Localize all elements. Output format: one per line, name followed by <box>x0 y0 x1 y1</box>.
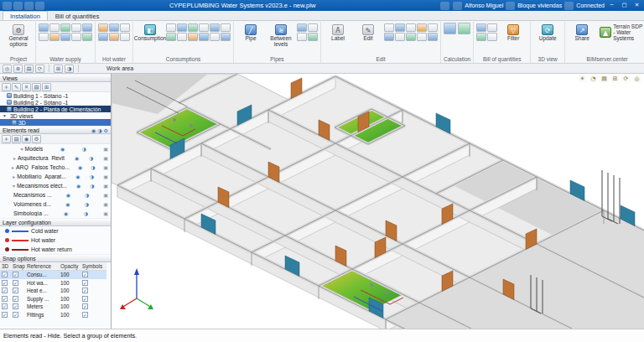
half-visibility-icon[interactable]: ◑ <box>91 164 95 170</box>
chevron-right-icon[interactable]: ▸ <box>13 155 16 161</box>
view-list-icon[interactable]: ▤ <box>32 83 41 91</box>
views-panel-header[interactable]: Views <box>0 74 111 82</box>
snap-opacity[interactable]: 100 <box>59 287 80 295</box>
checkbox-checked[interactable]: ✓ <box>82 296 88 302</box>
open-file-icon[interactable] <box>13 2 23 10</box>
tool-icon[interactable] <box>49 33 60 41</box>
redraw-icon[interactable]: ⟳ <box>35 65 44 73</box>
settings-icon[interactable]: ⚙ <box>32 135 41 143</box>
edit-button[interactable]: ✎ Edit <box>354 23 382 44</box>
add-model-icon[interactable]: + <box>2 135 11 143</box>
column-header[interactable]: Opacity <box>59 262 80 271</box>
tool-icon[interactable] <box>60 23 70 32</box>
tool-icon[interactable] <box>82 23 92 32</box>
view-item-3d-selected[interactable]: 3D <box>0 119 111 126</box>
snap-3d-checkbox[interactable]: ✓ <box>0 279 11 288</box>
tool-icon[interactable] <box>210 23 220 32</box>
lock-icon[interactable]: ▣ <box>103 183 108 189</box>
lock-icon[interactable]: ▣ <box>103 164 108 170</box>
general-options-button[interactable]: ⚙ General options <box>4 23 33 49</box>
snap-reference[interactable]: Heat e... <box>25 287 59 295</box>
snap-opacity[interactable]: 100 <box>59 303 80 311</box>
view-item[interactable]: Building 1 - Sótano -1 <box>0 92 111 99</box>
layer-item-hot-water-return[interactable]: Hot water return <box>0 245 111 254</box>
checkbox-checked[interactable]: ✓ <box>82 280 88 286</box>
tool-icon[interactable] <box>120 33 130 41</box>
update-button[interactable]: ⟳ Update <box>533 23 562 44</box>
tool-icon[interactable] <box>487 23 497 32</box>
checkbox-checked[interactable]: ✓ <box>2 288 8 293</box>
select-icon[interactable]: ◎ <box>3 65 12 73</box>
tool-icon[interactable] <box>188 23 198 32</box>
checkbox-checked[interactable]: ✓ <box>2 280 8 286</box>
eye-icon[interactable]: ◉ <box>64 210 68 216</box>
tool-icon[interactable] <box>98 23 108 32</box>
snap-opacity[interactable]: 100 <box>59 279 80 288</box>
delete-view-icon[interactable]: ✕ <box>22 83 31 91</box>
user-icon[interactable] <box>453 2 462 10</box>
lock-icon[interactable]: ▣ <box>103 201 108 207</box>
between-levels-button[interactable]: ≋ Between levels <box>267 23 295 49</box>
column-header[interactable]: 3D <box>0 262 11 271</box>
chevron-down-icon[interactable]: ▾ <box>13 183 15 189</box>
tool-icon[interactable] <box>428 33 438 41</box>
eye-icon[interactable]: ◉ <box>65 201 70 207</box>
tool-icon[interactable] <box>71 23 81 32</box>
target-icon[interactable]: ◎ <box>632 75 641 83</box>
tab-bill-of-quantities[interactable]: Bill of quantities <box>48 11 107 20</box>
element-subitem[interactable]: Simbología ...◉◑▣ <box>0 209 111 218</box>
tool-icon[interactable] <box>221 33 231 41</box>
eye-icon[interactable]: ◉ <box>66 192 70 198</box>
3d-viewport[interactable]: ☀ ◔ ▤ ⊞ ⟳ ◎ <box>112 74 644 329</box>
tool-icon[interactable] <box>476 33 486 41</box>
tool-icon[interactable] <box>297 33 307 41</box>
checkbox-checked[interactable]: ✓ <box>13 288 18 293</box>
snap-snap-checkbox[interactable]: ✓ <box>11 279 25 288</box>
tool-icon[interactable] <box>487 33 497 41</box>
checkbox-checked[interactable]: ✓ <box>13 296 18 302</box>
column-header[interactable]: Snap <box>11 262 25 271</box>
calculate-icon[interactable] <box>444 23 456 34</box>
tool-icon[interactable] <box>109 23 119 32</box>
grid-icon[interactable]: ▤ <box>24 65 34 73</box>
snap-symbols-checkbox[interactable]: ✓ <box>80 311 106 319</box>
snap-symbols-checkbox[interactable]: ✓ <box>80 271 106 279</box>
snap-reference[interactable]: Hot wa... <box>25 279 59 288</box>
sun-icon[interactable]: ☀ <box>578 75 587 83</box>
label-button[interactable]: A Label <box>324 23 352 44</box>
lock-icon[interactable]: ▣ <box>103 192 108 198</box>
pipe-button[interactable]: ╱ Pipe <box>236 23 265 44</box>
tool-icon[interactable] <box>71 33 81 41</box>
checkbox-checked[interactable]: ✓ <box>2 303 8 309</box>
3d-model-view[interactable] <box>112 74 644 329</box>
layers-window-icon[interactable]: ◑ <box>65 65 74 73</box>
half-visibility-icon[interactable]: ◑ <box>85 192 89 198</box>
view-cube-icon[interactable]: ⊞ <box>42 83 51 91</box>
checkbox-checked[interactable]: ✓ <box>82 272 88 277</box>
refresh-icon[interactable]: ⟳ <box>621 75 631 83</box>
layers-icon[interactable]: ▤ <box>12 135 21 143</box>
snap-symbols-checkbox[interactable]: ✓ <box>80 295 106 303</box>
checkbox-checked[interactable]: ✓ <box>13 312 18 318</box>
snap-reference[interactable]: Fittings <box>25 311 59 319</box>
eye-icon[interactable]: ◉ <box>78 164 82 170</box>
lock-icon[interactable]: ▣ <box>103 210 108 216</box>
zoom-icon[interactable]: ⊕ <box>13 65 23 73</box>
tool-icon[interactable] <box>60 33 70 41</box>
snap-3d-checkbox[interactable]: ✓ <box>0 287 11 295</box>
snap-opacity[interactable]: 100 <box>59 271 80 279</box>
element-item[interactable]: ▾Mecanismos eléct...◉◑▣ <box>0 181 111 190</box>
snap-symbols-checkbox[interactable]: ✓ <box>80 287 106 295</box>
consumption-button[interactable]: ◧ Consumption <box>136 23 164 44</box>
eye-icon[interactable]: ◉ <box>76 183 80 189</box>
element-item[interactable]: ▸Arquitectura_Revit◉◑▣ <box>0 153 111 163</box>
checkbox-checked[interactable]: ✓ <box>13 272 18 277</box>
tool-icon[interactable] <box>297 23 307 32</box>
maximize-button[interactable]: ▢ <box>619 1 630 10</box>
snap-snap-checkbox[interactable]: ✓ <box>11 287 25 295</box>
tool-icon[interactable] <box>417 33 427 41</box>
tool-icon[interactable] <box>476 23 486 32</box>
snap-opacity[interactable]: 100 <box>59 311 80 319</box>
half-visibility-icon[interactable]: ◑ <box>82 146 86 152</box>
elements-panel-header[interactable]: Elements read ◉ ◑ ⚙ <box>0 126 111 134</box>
